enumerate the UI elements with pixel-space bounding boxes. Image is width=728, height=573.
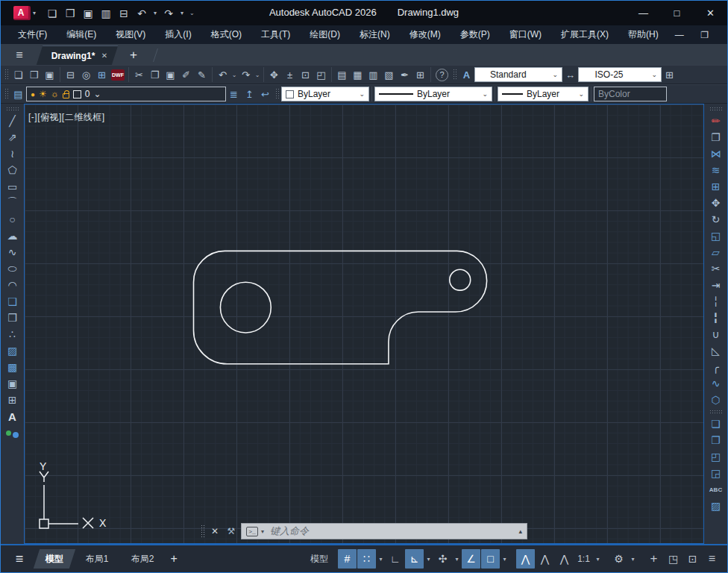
markup-set-manager-button[interactable]: ✒ (397, 67, 412, 83)
dim-style-icon[interactable]: ↔ (562, 67, 578, 83)
construction-line-button[interactable]: ⇗ (4, 129, 22, 145)
toolbar-grip[interactable] (4, 69, 8, 81)
properties-palette-button[interactable]: ▤ (334, 67, 350, 83)
redo-button[interactable]: ↷ (238, 67, 254, 83)
text-style-combobox[interactable]: Standard ⌄ (474, 67, 562, 82)
doc-restore-button[interactable]: ❐ (694, 28, 716, 43)
model-space-toggle[interactable]: 模型 (308, 549, 330, 569)
chamfer-button[interactable]: ◺ (707, 342, 725, 359)
add-selected-button[interactable] (4, 425, 22, 441)
design-center-button[interactable]: ▦ (350, 67, 365, 83)
scale-button[interactable]: ◱ (707, 228, 725, 244)
wrench-icon[interactable]: ⚒ (225, 525, 238, 538)
cut-button[interactable]: ✂ (131, 67, 147, 83)
grid-display-toggle[interactable]: # (338, 549, 357, 569)
make-block-button[interactable]: ❒ (4, 310, 22, 326)
workspace-caret-icon[interactable]: ▾ (629, 556, 637, 563)
sheet-set-manager-button[interactable]: ▧ (381, 67, 397, 83)
redo-button[interactable]: ↷ (160, 5, 177, 22)
gradient-button[interactable]: ▩ (4, 359, 22, 375)
save-file-button[interactable]: ▣ (42, 67, 57, 83)
layout-menu-icon[interactable]: ≡ (7, 548, 32, 569)
save-button[interactable]: ▣ (80, 5, 96, 22)
layer-combobox[interactable]: ● ☀ ☼ 0 ⌄ (26, 87, 226, 101)
toolbar-grip[interactable] (453, 69, 456, 81)
move-button[interactable]: ✥ (707, 195, 725, 211)
ellipse-button[interactable]: ⬭ (4, 260, 22, 277)
osnap-caret-icon[interactable]: ▾ (501, 556, 509, 563)
spline-button[interactable]: ∿ (4, 244, 22, 260)
join-button[interactable]: ∪ (707, 326, 725, 342)
toolbar-grip[interactable] (709, 107, 723, 110)
fullscreen-icon[interactable]: ⊡ (683, 549, 702, 569)
layer-thaw-icon[interactable]: ☀ (39, 89, 47, 99)
plot-button[interactable]: ⊟ (116, 5, 132, 22)
zoom-realtime-button[interactable]: ± (282, 67, 298, 83)
tool-palettes-button[interactable]: ▥ (365, 67, 381, 83)
rectangle-button[interactable]: ▭ (4, 178, 22, 195)
menu-tools[interactable]: 工具(T) (251, 28, 300, 41)
polar-caret-icon[interactable]: ▾ (424, 556, 433, 563)
layer-lock-icon[interactable] (63, 93, 69, 98)
logo-caret-icon[interactable]: ▾ (31, 10, 38, 16)
snap-caret-icon[interactable]: ▾ (377, 556, 385, 563)
erase-button[interactable]: ✏ (707, 113, 725, 129)
bring-above-objects-button[interactable]: ◰ (707, 448, 725, 465)
toolbar-grip[interactable] (6, 107, 19, 110)
tab-close-icon[interactable]: ✕ (101, 51, 107, 60)
menu-dimension[interactable]: 标注(N) (350, 28, 400, 41)
snap-mode-toggle[interactable]: ∷ (357, 549, 376, 569)
new-file-button[interactable]: ❏ (44, 5, 60, 22)
undo-caret-icon[interactable]: ⌄ (230, 72, 238, 78)
table-button[interactable]: ⊞ (4, 392, 22, 408)
lineweight-combobox[interactable]: ByLayer ⌄ (498, 87, 589, 101)
publish-button[interactable]: ⊞ (94, 67, 110, 83)
workspace-gear-icon[interactable]: ⚙ (609, 549, 628, 569)
polar-tracking-toggle[interactable]: ⊾ (405, 549, 424, 569)
ortho-mode-toggle[interactable]: ∟ (386, 549, 404, 569)
menu-help[interactable]: 帮助(H) (618, 28, 668, 41)
menu-file[interactable]: 文件(F) (8, 28, 57, 41)
open-file-button[interactable]: ❒ (62, 5, 78, 22)
annotation-monitor-plus-icon[interactable]: + (644, 549, 663, 569)
paste-button[interactable]: ▣ (163, 67, 178, 83)
scale-caret-icon[interactable]: ▾ (594, 556, 602, 563)
polyline-button[interactable]: ≀ (4, 145, 22, 162)
make-object-layer-current-button[interactable]: ↥ (242, 87, 257, 102)
point-button[interactable]: ∴ (4, 326, 22, 342)
menu-parametric[interactable]: 参数(P) (451, 28, 500, 41)
help-button[interactable]: ? (436, 69, 448, 81)
menu-window[interactable]: 窗口(W) (500, 28, 551, 41)
toolbar-grip[interactable] (709, 410, 723, 413)
break-button[interactable]: ╏ (707, 310, 725, 326)
menu-draw[interactable]: 绘图(D) (300, 28, 350, 41)
quickcalc-button[interactable]: ⊞ (412, 67, 428, 83)
command-line[interactable]: ✕ ⚒ >_ ▾ 键入命令 ▴ (201, 522, 527, 540)
match-properties-button[interactable]: ✐ (178, 67, 194, 83)
rotate-button[interactable]: ↻ (707, 211, 725, 228)
command-prompt-icon[interactable]: >_ (246, 527, 258, 536)
isometric-drafting-toggle[interactable]: ✣ (433, 549, 452, 569)
qat-customize-icon[interactable]: ⌄ (187, 10, 197, 16)
text-to-front-button[interactable]: ABC (707, 481, 725, 498)
zoom-window-button[interactable]: ⊡ (298, 67, 313, 83)
customization-icon[interactable]: ≡ (703, 549, 721, 569)
menu-modify[interactable]: 修改(M) (400, 28, 451, 41)
send-under-objects-button[interactable]: ◲ (707, 465, 725, 481)
copy-button[interactable]: ❐ (147, 67, 163, 83)
hamburger-menu-icon[interactable]: ≡ (8, 46, 31, 64)
command-close-icon[interactable]: ✕ (208, 525, 222, 538)
linetype-combobox[interactable]: ByLayer ⌄ (374, 87, 492, 101)
ellipse-arc-button[interactable]: ◠ (4, 277, 22, 293)
hatch-to-back-button[interactable]: ▨ (707, 498, 725, 514)
color-combobox[interactable]: ByLayer ⌄ (281, 87, 369, 101)
dim-style-combobox[interactable]: ISO-25 ⌄ (578, 67, 662, 82)
copy-object-button[interactable]: ❐ (707, 129, 725, 145)
plot-preview-button[interactable]: ◎ (78, 67, 94, 83)
bring-to-front-button[interactable]: ❏ (707, 416, 725, 432)
viewport-freeze-icon[interactable]: ☼ (51, 89, 59, 99)
multiline-text-button[interactable]: A (4, 408, 22, 425)
polygon-button[interactable]: ⬠ (4, 162, 22, 178)
annotation-scale-value[interactable]: 1:1 (574, 549, 593, 569)
doc-minimize-button[interactable]: — (668, 28, 691, 43)
